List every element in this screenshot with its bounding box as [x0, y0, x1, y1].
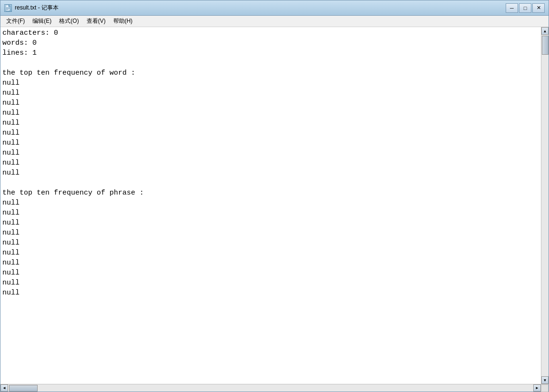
menu-edit[interactable]: 编辑(E) — [29, 16, 55, 26]
menu-bar: 文件(F) 编辑(E) 格式(O) 查看(V) 帮助(H) — [0, 16, 549, 27]
horizontal-scrollbar-container: ◄ ► — [0, 384, 549, 392]
menu-view[interactable]: 查看(V) — [83, 16, 110, 26]
close-button[interactable]: ✕ — [532, 3, 545, 13]
scrollbar-corner — [541, 384, 549, 392]
menu-format[interactable]: 格式(O) — [55, 16, 82, 26]
vertical-scrollbar: ▲ ▼ — [541, 27, 549, 384]
menu-help[interactable]: 帮助(H) — [110, 16, 137, 26]
maximize-button[interactable]: □ — [519, 3, 531, 13]
editor-area: characters: 0 words: 0 lines: 1 the top … — [0, 27, 549, 384]
scroll-track-vertical[interactable] — [541, 35, 549, 376]
scroll-track-horizontal[interactable] — [8, 384, 533, 392]
title-bar-left: result.txt - 记事本 — [4, 4, 59, 12]
minimize-button[interactable]: ─ — [506, 3, 518, 13]
scroll-up-button[interactable]: ▲ — [541, 27, 549, 35]
title-bar: result.txt - 记事本 ─ □ ✕ — [0, 0, 549, 16]
scroll-right-button[interactable]: ► — [533, 384, 541, 392]
menu-file[interactable]: 文件(F) — [2, 16, 29, 26]
window-title: result.txt - 记事本 — [15, 4, 59, 12]
main-window: result.txt - 记事本 ─ □ ✕ 文件(F) 编辑(E) 格式(O)… — [0, 0, 549, 392]
app-icon — [4, 4, 12, 12]
window-controls: ─ □ ✕ — [506, 3, 545, 13]
text-editor[interactable]: characters: 0 words: 0 lines: 1 the top … — [0, 27, 541, 384]
scroll-left-button[interactable]: ◄ — [0, 384, 8, 392]
scroll-down-button[interactable]: ▼ — [541, 376, 549, 384]
scroll-thumb-vertical[interactable] — [542, 36, 549, 55]
scroll-thumb-horizontal[interactable] — [9, 385, 38, 392]
